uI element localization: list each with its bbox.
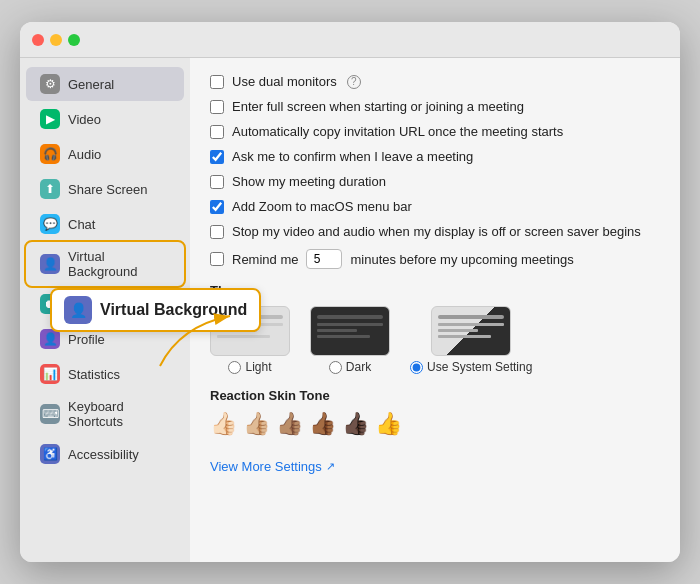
sidebar-label-profile: Profile <box>68 332 105 347</box>
sidebar-label-chat: Chat <box>68 217 95 232</box>
skin-tone-4[interactable]: 👍🏿 <box>342 411 369 437</box>
theme-radio-light[interactable] <box>228 361 241 374</box>
sidebar-item-general[interactable]: ⚙General <box>26 67 184 101</box>
checkbox-row-dual-monitors: Use dual monitors? <box>210 74 660 89</box>
label-dual-monitors: Use dual monitors <box>232 74 337 89</box>
view-more-link[interactable]: View More Settings ↗ <box>210 459 335 474</box>
general-icon: ⚙ <box>40 74 60 94</box>
theme-section-title: Theme <box>210 283 660 298</box>
label-stop-video: Stop my video and audio when my display … <box>232 224 641 239</box>
close-button[interactable] <box>32 34 44 46</box>
label-enter-fullscreen: Enter full screen when starting or joini… <box>232 99 524 114</box>
sidebar-item-video[interactable]: ▶Video <box>26 102 184 136</box>
main-content: Use dual monitors?Enter full screen when… <box>190 58 680 562</box>
virtual-background-tooltip: 👤 Virtual Background <box>50 288 261 332</box>
external-link-icon: ↗ <box>326 460 335 473</box>
checkbox-enter-fullscreen[interactable] <box>210 100 224 114</box>
label-add-zoom: Add Zoom to macOS menu bar <box>232 199 412 214</box>
view-more-label: View More Settings <box>210 459 322 474</box>
window-controls <box>32 34 80 46</box>
skin-tone-2[interactable]: 👍🏽 <box>276 411 303 437</box>
checkbox-add-zoom[interactable] <box>210 200 224 214</box>
checkbox-stop-video[interactable] <box>210 225 224 239</box>
sidebar-item-virtual-background[interactable]: 👤Virtual Background <box>26 242 184 286</box>
label-confirm-leave: Ask me to confirm when I leave a meeting <box>232 149 473 164</box>
theme-option-system[interactable]: Use System Setting <box>410 306 532 374</box>
sidebar-label-accessibility: Accessibility <box>68 447 139 462</box>
remind-label-after: minutes before my upcoming meetings <box>350 252 573 267</box>
checkbox-confirm-leave[interactable] <box>210 150 224 164</box>
sidebar-item-keyboard-shortcuts[interactable]: ⌨Keyboard Shortcuts <box>26 392 184 436</box>
theme-label-system: Use System Setting <box>427 360 532 374</box>
theme-radio-system[interactable] <box>410 361 423 374</box>
remind-label-before: Remind me <box>232 252 298 267</box>
theme-preview-dark <box>310 306 390 356</box>
skin-tone-options: 👍🏻👍🏼👍🏽👍🏾👍🏿👍 <box>210 411 660 437</box>
theme-label-light: Light <box>245 360 271 374</box>
checkbox-row-show-duration: Show my meeting duration <box>210 174 660 189</box>
remind-input[interactable] <box>306 249 342 269</box>
sidebar-item-share-screen[interactable]: ⬆Share Screen <box>26 172 184 206</box>
sidebar-item-statistics[interactable]: 📊Statistics <box>26 357 184 391</box>
sidebar-item-chat[interactable]: 💬Chat <box>26 207 184 241</box>
skin-tone-3[interactable]: 👍🏾 <box>309 411 336 437</box>
profile-icon: 👤 <box>40 329 60 349</box>
view-more-section: View More Settings ↗ <box>210 457 660 475</box>
chat-icon: 💬 <box>40 214 60 234</box>
skin-tone-1[interactable]: 👍🏼 <box>243 411 270 437</box>
sidebar-label-general: General <box>68 77 114 92</box>
video-icon: ▶ <box>40 109 60 129</box>
checkbox-dual-monitors[interactable] <box>210 75 224 89</box>
sidebar-label-keyboard-shortcuts: Keyboard Shortcuts <box>68 399 170 429</box>
checkbox-row-copy-invite: Automatically copy invitation URL once t… <box>210 124 660 139</box>
sidebar-label-audio: Audio <box>68 147 101 162</box>
theme-radio-row-dark: Dark <box>329 360 371 374</box>
sidebar: ⚙General▶Video🎧Audio⬆Share Screen💬Chat👤V… <box>20 58 190 562</box>
vbg-tooltip-icon: 👤 <box>64 296 92 324</box>
sidebar-item-audio[interactable]: 🎧Audio <box>26 137 184 171</box>
sidebar-label-virtual-background: Virtual Background <box>68 249 170 279</box>
checkbox-row-stop-video: Stop my video and audio when my display … <box>210 224 660 239</box>
vbg-tooltip-label: Virtual Background <box>100 301 247 319</box>
share-screen-icon: ⬆ <box>40 179 60 199</box>
theme-preview-system <box>431 306 511 356</box>
sidebar-label-share-screen: Share Screen <box>68 182 148 197</box>
sidebar-label-statistics: Statistics <box>68 367 120 382</box>
virtual-background-icon: 👤 <box>40 254 60 274</box>
label-copy-invite: Automatically copy invitation URL once t… <box>232 124 563 139</box>
accessibility-icon: ♿ <box>40 444 60 464</box>
checkbox-row-add-zoom: Add Zoom to macOS menu bar <box>210 199 660 214</box>
label-show-duration: Show my meeting duration <box>232 174 386 189</box>
help-icon[interactable]: ? <box>347 75 361 89</box>
sidebar-label-video: Video <box>68 112 101 127</box>
checkbox-copy-invite[interactable] <box>210 125 224 139</box>
remind-checkbox[interactable] <box>210 252 224 266</box>
theme-options: Light Dark Use System Setting <box>210 306 660 374</box>
theme-radio-row-light: Light <box>228 360 271 374</box>
checkbox-row-confirm-leave: Ask me to confirm when I leave a meeting <box>210 149 660 164</box>
skin-tone-0[interactable]: 👍🏻 <box>210 411 237 437</box>
content-area: ⚙General▶Video🎧Audio⬆Share Screen💬Chat👤V… <box>20 58 680 562</box>
checkbox-show-duration[interactable] <box>210 175 224 189</box>
theme-radio-dark[interactable] <box>329 361 342 374</box>
sidebar-item-accessibility[interactable]: ♿Accessibility <box>26 437 184 471</box>
titlebar <box>20 22 680 58</box>
minimize-button[interactable] <box>50 34 62 46</box>
remind-row: Remind me minutes before my upcoming mee… <box>210 249 660 269</box>
theme-radio-row-system: Use System Setting <box>410 360 532 374</box>
audio-icon: 🎧 <box>40 144 60 164</box>
maximize-button[interactable] <box>68 34 80 46</box>
skin-tone-section-title: Reaction Skin Tone <box>210 388 660 403</box>
statistics-icon: 📊 <box>40 364 60 384</box>
settings-window: ⚙General▶Video🎧Audio⬆Share Screen💬Chat👤V… <box>20 22 680 562</box>
skin-tone-5[interactable]: 👍 <box>375 411 402 437</box>
theme-label-dark: Dark <box>346 360 371 374</box>
theme-option-dark[interactable]: Dark <box>310 306 390 374</box>
checkbox-row-enter-fullscreen: Enter full screen when starting or joini… <box>210 99 660 114</box>
keyboard-shortcuts-icon: ⌨ <box>40 404 60 424</box>
